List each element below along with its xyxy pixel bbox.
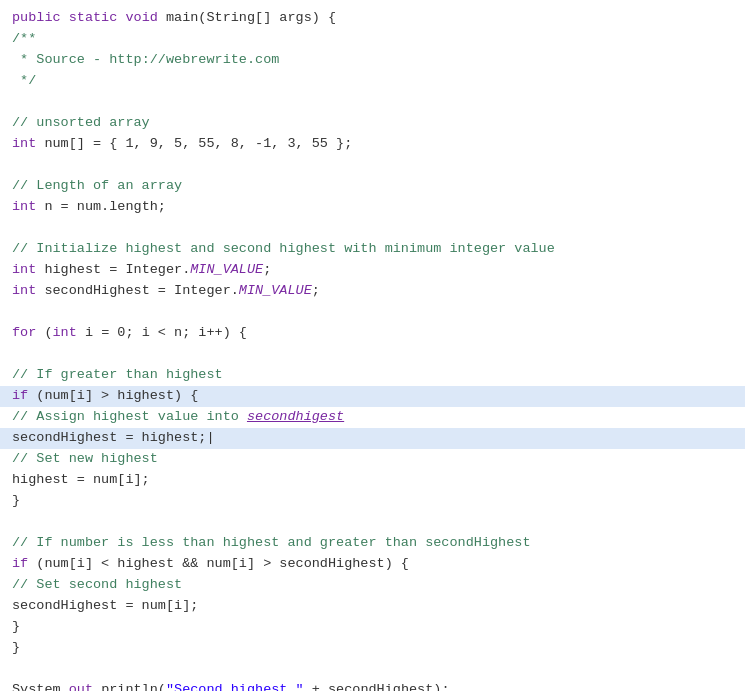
keyword: int — [53, 323, 77, 344]
code-editor: public static void main(String[] args) {… — [0, 0, 745, 691]
code-line — [0, 344, 745, 365]
comment: /** — [12, 29, 36, 50]
keyword: if — [12, 386, 28, 407]
comment: // Set second highest — [12, 575, 182, 596]
code-line: /** — [0, 29, 745, 50]
code-text: System. — [12, 680, 69, 691]
code-line: * Source - http://webrewrite.com — [0, 50, 745, 71]
code-line: int highest = Integer.MIN_VALUE; — [0, 260, 745, 281]
code-text: num[] = { 1, 9, 5, 55, 8, -1, 3, 55 }; — [36, 134, 352, 155]
code-text: } — [12, 617, 20, 638]
code-line: // Assign highest value into secondhiges… — [0, 407, 745, 428]
code-line: // If number is less than highest and gr… — [0, 533, 745, 554]
class-ref: MIN_VALUE — [239, 281, 312, 302]
code-line: */ — [0, 71, 745, 92]
code-text: secondHighest = Integer. — [36, 281, 239, 302]
class-ref: MIN_VALUE — [190, 260, 263, 281]
code-line: System.out.println("Second highest " + s… — [0, 680, 745, 691]
code-line: secondHighest = num[i]; — [0, 596, 745, 617]
code-line: } — [0, 638, 745, 659]
code-text: } — [12, 638, 20, 659]
code-line: // If greater than highest — [0, 365, 745, 386]
code-text: main(String[] args) { — [158, 8, 336, 29]
code-line — [0, 659, 745, 680]
comment: // Initialize highest and second highest… — [12, 239, 555, 260]
code-text: ; — [312, 281, 320, 302]
code-line: if (num[i] > highest) { — [0, 386, 745, 407]
code-text: ; — [263, 260, 271, 281]
underline-ref: secondhigest — [247, 407, 344, 428]
code-text: (num[i] < highest && num[i] > secondHigh… — [28, 554, 409, 575]
code-line — [0, 92, 745, 113]
keyword: out — [69, 680, 93, 691]
code-line: // Initialize highest and second highest… — [0, 239, 745, 260]
comment: // Assign highest value into — [12, 407, 247, 428]
code-line: if (num[i] < highest && num[i] > secondH… — [0, 554, 745, 575]
code-line: secondHighest = highest;| — [0, 428, 745, 449]
string-literal: "Second highest " — [166, 680, 304, 691]
code-text: ( — [36, 323, 52, 344]
code-line: } — [0, 617, 745, 638]
keyword: static — [69, 8, 118, 29]
code-text: .println( — [93, 680, 166, 691]
code-line — [0, 218, 745, 239]
code-text: (num[i] > highest) { — [28, 386, 198, 407]
code-line: int n = num.length; — [0, 197, 745, 218]
keyword: if — [12, 554, 28, 575]
code-line: highest = num[i]; — [0, 470, 745, 491]
comment: Source — [36, 50, 85, 71]
code-text: highest = Integer. — [36, 260, 190, 281]
code-line: // Set new highest — [0, 449, 745, 470]
keyword: void — [125, 8, 157, 29]
code-text — [61, 8, 69, 29]
code-line: // Set second highest — [0, 575, 745, 596]
code-text: + secondHighest); — [304, 680, 450, 691]
code-line: // unsorted array — [0, 113, 745, 134]
comment: // If greater than highest — [12, 365, 223, 386]
code-text — [117, 8, 125, 29]
keyword: for — [12, 323, 36, 344]
keyword: int — [12, 281, 36, 302]
code-text: secondHighest = num[i]; — [12, 596, 198, 617]
code-line — [0, 512, 745, 533]
comment: */ — [12, 71, 36, 92]
code-text: highest = num[i]; — [12, 470, 150, 491]
code-text: secondHighest = highest; — [12, 428, 206, 449]
comment: // If number is less than highest and gr… — [12, 533, 530, 554]
keyword: public — [12, 8, 61, 29]
comment: - http://webrewrite.com — [85, 50, 279, 71]
comment: // Set new highest — [12, 449, 158, 470]
code-line: public static void main(String[] args) { — [0, 8, 745, 29]
code-line: } — [0, 491, 745, 512]
keyword: int — [12, 260, 36, 281]
keyword: int — [12, 197, 36, 218]
comment: // unsorted array — [12, 113, 150, 134]
code-text: i = 0; i < n; i++) { — [77, 323, 247, 344]
code-text: n = num.length; — [36, 197, 166, 218]
code-line: // Length of an array — [0, 176, 745, 197]
code-line: int num[] = { 1, 9, 5, 55, 8, -1, 3, 55 … — [0, 134, 745, 155]
comment: // Length of an array — [12, 176, 182, 197]
code-line — [0, 155, 745, 176]
code-line: int secondHighest = Integer.MIN_VALUE; — [0, 281, 745, 302]
code-line: for (int i = 0; i < n; i++) { — [0, 323, 745, 344]
keyword: int — [12, 134, 36, 155]
comment: * — [12, 50, 36, 71]
cursor: | — [206, 428, 214, 449]
code-text: } — [12, 491, 20, 512]
code-line — [0, 302, 745, 323]
